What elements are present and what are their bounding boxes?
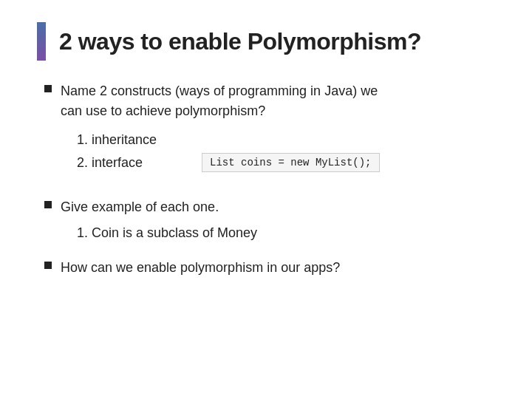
sub-item-interface: 2. interface [77, 151, 143, 174]
bullet-3: How can we enable polymorphism in our ap… [44, 258, 495, 278]
bullet-2-body: Give example of each one. 1. Coin is a s… [61, 197, 257, 245]
bullet-1: Name 2 constructs (ways of programming i… [44, 81, 495, 184]
sub-item-interface-row: 2. interface List coins = new MyList(); [77, 151, 380, 174]
give-sub-items: 1. Coin is a subclass of Money [77, 222, 257, 245]
bullet-1-line1: Name 2 constructs (ways of programming i… [61, 81, 380, 101]
bullet-3-text: How can we enable polymorphism in our ap… [61, 258, 340, 278]
code-snippet: List coins = new MyList(); [202, 153, 379, 172]
slide-title: 2 ways to enable Polymorphism? [59, 28, 421, 55]
bullet-marker-1 [44, 85, 52, 92]
bullet-2: Give example of each one. 1. Coin is a s… [44, 197, 495, 245]
title-bar: 2 ways to enable Polymorphism? [37, 22, 495, 61]
bullet-1-body: Name 2 constructs (ways of programming i… [61, 81, 380, 184]
bullet-2-text: Give example of each one. [61, 197, 257, 217]
slide-content: Name 2 constructs (ways of programming i… [37, 81, 495, 278]
bullet-marker-3 [44, 262, 52, 269]
title-accent [37, 22, 46, 61]
slide: 2 ways to enable Polymorphism? Name 2 co… [0, 0, 532, 399]
bullet-marker-2 [44, 201, 52, 208]
bullet-1-line2: can use to achieve polymorphism? [61, 101, 380, 121]
sub-item-inheritance: 1. inheritance [77, 129, 380, 151]
sub-item-coin: 1. Coin is a subclass of Money [77, 222, 257, 245]
sub-items-1: 1. inheritance 2. interface List coins =… [77, 129, 380, 174]
